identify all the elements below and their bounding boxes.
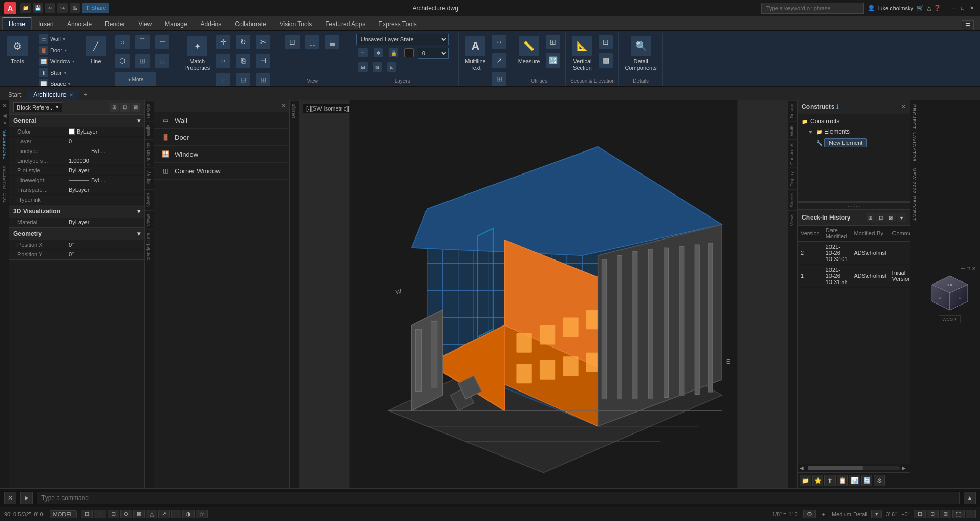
status-btn-r5[interactable]: ≡ bbox=[966, 510, 976, 518]
elev-btn1[interactable]: ⊡ bbox=[596, 34, 615, 51]
sidebar-item-corner-window[interactable]: ◫ Corner Window bbox=[154, 163, 289, 180]
grid-btn[interactable]: ⊞ bbox=[81, 510, 93, 518]
modify-fillet[interactable]: ⌐ bbox=[214, 72, 232, 87]
history-footer-btn1[interactable]: 📁 bbox=[800, 475, 811, 486]
tree-item-new-element[interactable]: 🔧 New Element bbox=[800, 137, 908, 149]
history-row-1[interactable]: 1 2021-10-26 10:31:56 ADS\cholmsl Initia… bbox=[798, 265, 910, 288]
design-tab-constructs[interactable]: Constructs bbox=[145, 139, 154, 168]
right-tab-design[interactable]: Design bbox=[788, 100, 797, 121]
history-row-2[interactable]: 2 2021-10-26 10:32:01 ADS\cholmsl bbox=[798, 242, 910, 265]
modify-mirror[interactable]: ⊣ bbox=[254, 53, 272, 70]
doc-tab-close[interactable]: ✕ bbox=[69, 92, 73, 98]
design-tab-sheets[interactable]: Sheets bbox=[145, 189, 154, 210]
save-icon[interactable]: 💾 bbox=[33, 3, 43, 13]
nav-restore[interactable]: □ bbox=[967, 266, 970, 271]
measure-button[interactable]: 📏 Measure bbox=[516, 34, 542, 67]
snap-btn[interactable]: ⋮ bbox=[94, 510, 106, 518]
far-left-tab-arrow2[interactable]: ✕ bbox=[2, 119, 8, 127]
polar-btn[interactable]: ⊙ bbox=[120, 510, 132, 518]
command-expand-btn[interactable]: ▲ bbox=[964, 492, 976, 504]
right-tab-walls[interactable]: Walls bbox=[788, 121, 797, 139]
detail-btn[interactable]: ▾ bbox=[871, 510, 882, 518]
ortho-btn[interactable]: ⊡ bbox=[108, 510, 119, 518]
ribbon-menu-icon[interactable]: ☰ bbox=[962, 20, 974, 30]
draw-gradient[interactable]: ▤ bbox=[153, 53, 172, 70]
status-btn-r4[interactable]: ⬚ bbox=[952, 510, 965, 518]
layer-prop-btn[interactable]: ≡ bbox=[356, 47, 370, 59]
status-btn-r1[interactable]: ⊞ bbox=[914, 510, 926, 518]
status-btn-r2[interactable]: ⊡ bbox=[927, 510, 939, 518]
history-footer-btn2[interactable]: ⭐ bbox=[812, 475, 823, 486]
tree-item-elements[interactable]: ▼ 📁 Elements bbox=[800, 126, 908, 137]
design-tab-display[interactable]: Display bbox=[145, 168, 154, 190]
design-tab-extended[interactable]: Extended Data bbox=[145, 229, 154, 267]
props-icon2[interactable]: ⊡ bbox=[120, 103, 130, 112]
design-tab-design1[interactable]: Design bbox=[145, 100, 154, 121]
view-btn1[interactable]: ⊡ bbox=[283, 34, 302, 51]
tab-annotate[interactable]: Annotate bbox=[60, 17, 98, 30]
object-snap-btn[interactable]: ⊠ bbox=[133, 510, 145, 518]
new-element-button[interactable]: New Element bbox=[824, 138, 867, 147]
util-btn1[interactable]: ⊞ bbox=[544, 34, 562, 51]
modify-trim[interactable]: ✂ bbox=[254, 34, 272, 51]
props-dropdown[interactable]: Block Refere... ▾ bbox=[13, 102, 62, 112]
minimize-btn[interactable]: ─ bbox=[949, 4, 957, 12]
history-footer-btn5[interactable]: 📊 bbox=[849, 475, 860, 486]
layer-color-btn[interactable] bbox=[402, 47, 416, 59]
doc-tab-architecture[interactable]: Architecture ✕ bbox=[27, 90, 79, 100]
tab-home[interactable]: Home bbox=[2, 17, 32, 30]
space-button[interactable]: ⬜ Space ▾ bbox=[37, 79, 76, 87]
draw-circle[interactable]: ○ bbox=[113, 34, 132, 51]
vertical-section-button[interactable]: 📐 VerticalSection bbox=[570, 34, 594, 73]
sidebar-item-window[interactable]: 🪟 Window bbox=[154, 146, 289, 163]
draw-hatch[interactable]: ⊞ bbox=[133, 53, 152, 70]
doc-tab-start[interactable]: Start bbox=[2, 90, 27, 100]
detail-components-button[interactable]: 🔍 DetailComponents bbox=[623, 34, 658, 73]
props-section-general-header[interactable]: General ▾ bbox=[9, 115, 144, 127]
draw-poly[interactable]: ⬡ bbox=[113, 53, 132, 70]
view-btn2[interactable]: ⬚ bbox=[303, 34, 322, 51]
props-section-3d-header[interactable]: 3D Visualization ▾ bbox=[9, 205, 144, 218]
far-left-tab-tool-palettes[interactable]: TOOL PALETTES bbox=[1, 163, 8, 206]
scroll-left[interactable]: ◀ bbox=[800, 465, 806, 471]
draw-arc[interactable]: ⌒ bbox=[133, 34, 152, 51]
dyn-input-btn[interactable]: ↗ bbox=[158, 510, 170, 518]
right-tab-sheets[interactable]: Sheets bbox=[788, 189, 797, 210]
maximize-btn[interactable]: □ bbox=[958, 4, 967, 12]
lineweight-btn[interactable]: ≡ bbox=[171, 510, 181, 518]
tab-featured[interactable]: Featured Apps bbox=[318, 17, 372, 30]
constructs-expand-btn[interactable]: ✕ bbox=[901, 103, 906, 111]
share-icon[interactable]: ⬆ Share bbox=[82, 3, 109, 13]
command-close-btn[interactable]: ✕ bbox=[4, 492, 16, 504]
util-btn2[interactable]: 🔢 bbox=[544, 52, 562, 70]
layer-misc1[interactable]: ⊞ bbox=[356, 61, 370, 74]
help-icon[interactable]: ❓ bbox=[934, 5, 941, 11]
nav-close[interactable]: ✕ bbox=[972, 266, 976, 271]
draw-rect[interactable]: ▭ bbox=[153, 34, 172, 51]
view-btn3[interactable]: ▤ bbox=[323, 34, 342, 51]
scroll-right[interactable]: ▶ bbox=[902, 465, 908, 471]
history-dropdown[interactable]: ▾ bbox=[897, 213, 906, 222]
leader-btn[interactable]: ↗ bbox=[490, 52, 508, 70]
line-button[interactable]: ╱ Line bbox=[83, 34, 108, 67]
constructs-info-icon[interactable]: ℹ bbox=[836, 104, 838, 111]
right-tab-constructs[interactable]: Constructs bbox=[788, 139, 797, 168]
tree-item-constructs[interactable]: 📁 Constructs bbox=[800, 116, 908, 126]
window-button[interactable]: 🪟 Window ▾ bbox=[37, 56, 76, 67]
tab-express[interactable]: Express Tools bbox=[372, 17, 423, 30]
history-scrollbar[interactable]: ◀ ▶ bbox=[798, 464, 910, 472]
tab-insert[interactable]: Insert bbox=[32, 17, 60, 30]
status-btn-r3[interactable]: ⊠ bbox=[940, 510, 951, 518]
transparency-status-btn[interactable]: ◑ bbox=[182, 510, 195, 518]
right-tab-views[interactable]: Views bbox=[788, 210, 797, 229]
multiline-text-button[interactable]: A MultilineText bbox=[463, 34, 487, 73]
doc-tab-add[interactable]: + bbox=[79, 90, 91, 100]
viewport[interactable]: [-][SW Isometric][Shaded] bbox=[299, 100, 788, 488]
history-footer-btn3[interactable]: ⬆ bbox=[824, 475, 836, 486]
modify-extend[interactable]: ↔ bbox=[214, 53, 232, 70]
layer-number-select[interactable]: 0 bbox=[418, 48, 449, 59]
history-icon3[interactable]: ⊠ bbox=[886, 213, 896, 222]
dim-btn[interactable]: ↔ bbox=[490, 34, 508, 51]
plot-icon[interactable]: 🖶 bbox=[70, 3, 80, 13]
scale-btn[interactable]: ⚙ bbox=[803, 510, 816, 518]
